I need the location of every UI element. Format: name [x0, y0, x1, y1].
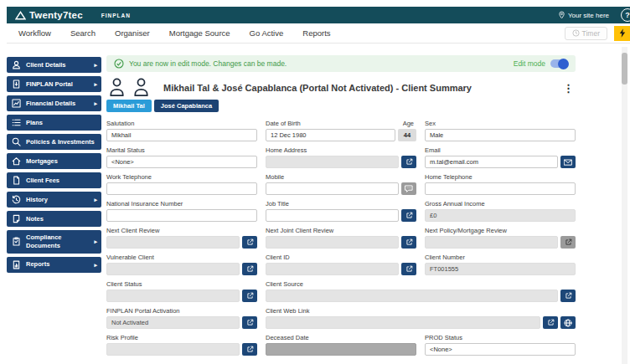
sidebar-item-history[interactable]: History▸ — [7, 192, 101, 208]
job-title-external-link-icon[interactable] — [401, 209, 416, 222]
field-home-telephone: Home Telephone — [425, 173, 576, 195]
quick-action-button[interactable] — [614, 26, 630, 41]
client-status-external-link-icon[interactable] — [242, 290, 257, 302]
mobile-input[interactable] — [266, 182, 399, 195]
field-deceased-date: Deceased Date — [266, 334, 416, 356]
chevron-right-icon: ▸ — [94, 100, 97, 106]
email-input[interactable]: m.tal@email.com — [425, 156, 558, 168]
nav-item-workflow[interactable]: Workflow — [18, 28, 51, 38]
sidebar-item-financial-details[interactable]: Financial Details▸ — [7, 95, 101, 111]
site-selector[interactable]: Your site here — [558, 11, 609, 19]
next-client-review-external-link-icon[interactable] — [242, 236, 257, 249]
marital-status-label: Marital Status — [106, 146, 145, 154]
field-mobile: Mobile — [266, 173, 416, 195]
nav-item-search[interactable]: Search — [70, 28, 96, 38]
chevron-right-icon: ▸ — [94, 81, 97, 87]
nav-item-organiser[interactable]: Organiser — [115, 28, 150, 38]
risk-profile-label: Risk Profile — [106, 334, 138, 341]
email-mail-icon[interactable] — [560, 156, 576, 168]
deceased-date-label: Deceased Date — [266, 334, 309, 341]
sidebar-item-label: Mortgages — [26, 157, 97, 166]
client-source-external-link-icon[interactable] — [560, 290, 576, 302]
field-finplan-portal-activation: FINPLAN Portal ActivationNot Activated — [106, 307, 257, 329]
more-options-button[interactable]: ⋮ — [561, 82, 576, 95]
field-next-joint-client-review: Next Joint Client Review — [266, 227, 416, 249]
scrollbar-thumb[interactable] — [622, 53, 627, 85]
sidebar-item-client-details[interactable]: Client Details▸ — [7, 57, 101, 73]
sidebar-item-label: Client Details — [26, 61, 89, 69]
edit-mode-label: Edit mode — [514, 59, 545, 68]
date-of-birth-label: Date of Birth — [266, 120, 301, 127]
field-client-web-link: Client Web Link — [266, 307, 576, 329]
notes-icon — [12, 214, 21, 223]
client-number-input: FT001555 — [425, 263, 576, 275]
sex-label: Sex — [425, 120, 436, 127]
next-joint-client-review-input — [266, 236, 399, 249]
vulnerable-client-external-link-icon[interactable] — [242, 263, 257, 275]
field-client-number: Client NumberFT001555 — [425, 254, 576, 275]
next-policy-mortgage-review-external-link-icon[interactable] — [560, 236, 576, 249]
field-marital-status: Marital Status<None> — [106, 146, 257, 168]
main-nav: WorkflowSearchOrganiserMortgage SourceGo… — [7, 23, 630, 44]
risk-profile-input — [106, 343, 240, 356]
home-telephone-label: Home Telephone — [425, 173, 472, 181]
help-button[interactable]: ? — [621, 8, 630, 22]
client-summary-form: SalutationMikhailDate of BirthAge12 Dec … — [106, 120, 576, 356]
nav-item-mortgage-source[interactable]: Mortgage Source — [169, 28, 230, 38]
sidebar-item-plans[interactable]: Plans — [7, 115, 101, 131]
home-address-external-link-icon[interactable] — [401, 156, 416, 168]
next-joint-client-review-external-link-icon[interactable] — [401, 236, 416, 249]
brand-name: Twenty7tec — [29, 10, 83, 20]
edit-mode-toggle[interactable] — [550, 59, 568, 68]
timer-button[interactable]: Timer — [565, 27, 607, 40]
salutation-input[interactable]: Mikhail — [106, 129, 257, 141]
person-icon — [108, 77, 126, 97]
sidebar-item-finplan-portal[interactable]: FINPLAN Portal▸ — [7, 76, 101, 92]
edit-mode-message: You are now in edit mode. Changes can be… — [129, 59, 287, 68]
chart-icon — [12, 99, 21, 108]
marital-status-input[interactable]: <None> — [106, 156, 257, 168]
field-gross-annual-income: Gross Annual Income£0 — [425, 200, 576, 222]
sidebar-item-notes[interactable]: Notes — [7, 211, 101, 227]
mobile-chat-icon[interactable] — [401, 182, 416, 195]
nav-item-go-active[interactable]: Go Active — [250, 28, 284, 38]
client-avatars — [108, 77, 150, 97]
sidebar-item-compliance-documents[interactable]: Compliance Documents▸ — [7, 230, 101, 254]
sidebar-item-label: FINPLAN Portal — [26, 80, 89, 89]
prod-status-input[interactable]: <None> — [425, 343, 576, 356]
client-tab-jos-capablanca[interactable]: José Capablanca — [154, 100, 219, 112]
client-id-label: Client ID — [266, 254, 290, 261]
job-title-input[interactable] — [266, 209, 399, 222]
sex-input[interactable]: Male — [425, 129, 576, 141]
sidebar-item-policies-investments[interactable]: Policies & Investments — [7, 134, 101, 150]
deceased-date-input — [266, 343, 416, 356]
client-web-link-external-link-icon[interactable] — [543, 316, 558, 329]
sidebar-item-client-fees[interactable]: Client Fees — [7, 172, 101, 188]
search-icon — [12, 137, 21, 146]
scrollbar-track — [622, 47, 627, 364]
client-id-external-link-icon[interactable] — [401, 263, 416, 275]
nav-item-reports[interactable]: Reports — [302, 28, 330, 38]
client-id-input — [266, 263, 399, 275]
field-prod-status: PROD Status<None> — [425, 334, 576, 356]
client-status-input — [106, 290, 240, 302]
client-web-link-label: Client Web Link — [266, 307, 309, 315]
sidebar-item-mortgages[interactable]: Mortgages — [7, 153, 101, 169]
client-tabs: Mikhail TalJosé Capablanca — [106, 100, 576, 112]
work-telephone-input[interactable] — [106, 182, 257, 195]
client-web-link-globe-icon[interactable] — [560, 316, 576, 329]
prod-status-label: PROD Status — [425, 334, 462, 341]
home-telephone-input[interactable] — [425, 182, 576, 195]
sidebar-item-reports[interactable]: Reports▸ — [7, 257, 101, 273]
date-of-birth-input[interactable]: 12 Dec 1980 — [266, 129, 395, 141]
finplan-portal-activation-external-link-icon[interactable] — [242, 316, 257, 329]
history-icon — [12, 195, 21, 204]
gross-annual-income-input: £0 — [425, 209, 576, 222]
sidebar-item-label: Financial Details — [26, 100, 89, 108]
vulnerable-client-input — [106, 263, 240, 275]
page-title: Mikhail Tal & José Capablanca (Portal No… — [163, 83, 472, 93]
chevron-right-icon: ▸ — [94, 197, 97, 203]
risk-profile-external-link-icon[interactable] — [242, 343, 257, 356]
national-insurance-number-input[interactable] — [106, 209, 257, 222]
client-tab-mikhail-tal[interactable]: Mikhail Tal — [106, 100, 152, 112]
